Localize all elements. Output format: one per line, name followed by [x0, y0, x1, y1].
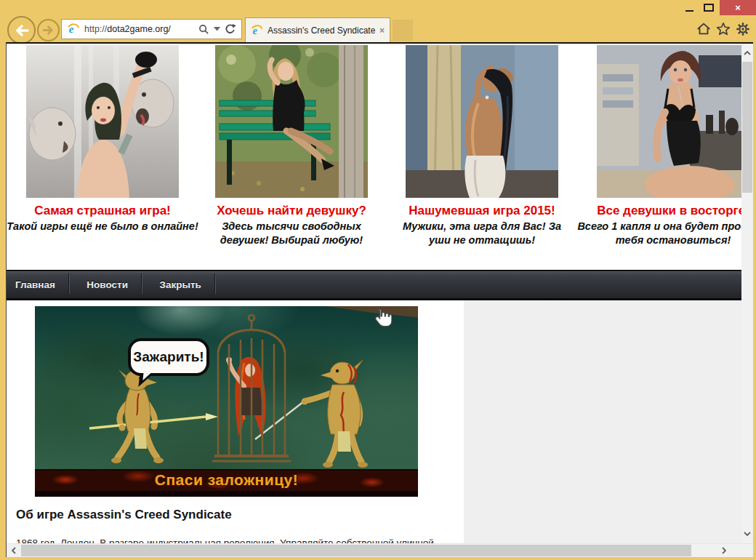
refresh-icon[interactable] — [225, 23, 236, 35]
banner-footer-strip — [35, 491, 418, 497]
ad-block-3[interactable]: Нашумевшая игра 2015! Мужики, эта игра д… — [393, 44, 571, 247]
bubble-text: Зажарить! — [133, 349, 204, 365]
ad-description: Здесь тысячи свободных девушек! Выбирай … — [196, 220, 387, 247]
nav-item-home[interactable]: Главная — [7, 271, 69, 298]
banner-caption: Спаси заложницу! — [35, 469, 418, 491]
browser-viewport: Самая страшная игра! Такой игры ещё не б… — [6, 42, 753, 557]
url-text[interactable]: http://dota2game.org/ — [84, 24, 194, 34]
web-page: Самая страшная игра! Такой игры ещё не б… — [7, 44, 741, 543]
ad-image-dating[interactable] — [215, 45, 368, 198]
site-navbar: Главная Новости Закрыть — [7, 270, 741, 300]
ad-description: Всего 1 капля и она будет просить тебя о… — [576, 220, 741, 247]
back-arrow-icon — [13, 22, 31, 39]
tab-close-icon[interactable]: × — [379, 26, 385, 35]
window-close-button[interactable]: × — [720, 0, 756, 15]
horizontal-scroll-thumb[interactable] — [21, 545, 691, 556]
ad-description: Такой игры ещё не было в онлайне! — [7, 220, 212, 233]
article-body: 1868 год. Лондон. В разгаре индустриальн… — [16, 537, 465, 543]
url-scheme: http:// — [84, 24, 107, 34]
ad-block-2[interactable]: Хочешь найти девушку? Здесь тысячи свобо… — [196, 44, 387, 247]
forward-arrow-icon — [41, 23, 55, 37]
ad-title[interactable]: Нашумевшая игра 2015! — [393, 204, 571, 217]
horizontal-scrollbar[interactable] — [7, 543, 753, 557]
tab-title: Assassin's Creed Syndicate |... — [268, 25, 375, 36]
ad-title[interactable]: Хочешь найти девушку? — [196, 204, 387, 217]
ad-block-1[interactable]: Самая страшная игра! Такой игры ещё не б… — [7, 44, 212, 233]
nav-item-news[interactable]: Новости — [73, 271, 142, 298]
scroll-right-arrow[interactable] — [717, 544, 731, 557]
ad-image-drops[interactable] — [597, 45, 741, 198]
nav-item-close[interactable]: Закрыть — [145, 271, 214, 298]
minimize-icon — [685, 10, 693, 12]
back-button[interactable] — [7, 16, 36, 44]
new-tab-button[interactable] — [393, 20, 413, 41]
scroll-down-arrow[interactable] — [741, 524, 753, 543]
ad-block-4[interactable]: Все девушки в восторге! Всего 1 капля и … — [576, 44, 741, 247]
ad-image-horror-game[interactable] — [26, 45, 179, 198]
forward-button[interactable] — [37, 19, 60, 41]
browser-tab[interactable]: e Assassin's Creed Syndicate |... × — [245, 17, 390, 42]
ad-description: Мужики, эта игра для Вас! За уши не отта… — [393, 220, 571, 247]
nav-separator — [69, 273, 70, 294]
ad-image-game-2015[interactable] — [406, 45, 558, 198]
scroll-up-arrow[interactable] — [741, 44, 753, 63]
home-button[interactable] — [696, 21, 712, 37]
game-banner-ad[interactable]: Спаси заложницу! Зажарить! — [35, 306, 418, 497]
search-dropdown-caret-icon[interactable] — [214, 27, 220, 31]
nav-separator — [215, 273, 216, 294]
search-icon[interactable] — [198, 24, 209, 35]
article-heading: Об игре Assassin's Creed Syndicate — [16, 508, 232, 522]
sidebar-empty-area — [464, 300, 741, 543]
settings-gear-button[interactable] — [735, 21, 751, 37]
address-bar[interactable]: e http://dota2game.org/ — [61, 19, 242, 39]
ad-title[interactable]: Самая страшная игра! — [7, 204, 212, 217]
ie-icon: e — [251, 24, 263, 36]
hand-cursor-icon — [372, 308, 392, 329]
ie-icon: e — [67, 23, 80, 36]
maximize-icon — [704, 4, 714, 12]
url-host: dota2game.org/ — [107, 24, 171, 34]
minimize-button[interactable] — [679, 0, 699, 15]
nav-separator — [142, 273, 142, 294]
ad-title[interactable]: Все девушки в восторге! — [576, 204, 741, 217]
banner-artwork — [35, 306, 418, 497]
vertical-scrollbar[interactable] — [741, 44, 753, 543]
vertical-scroll-thumb[interactable] — [742, 62, 752, 193]
banner-speech-bubble: Зажарить! — [128, 338, 209, 376]
maximize-button[interactable] — [699, 0, 718, 15]
favorites-star-button[interactable] — [715, 21, 731, 37]
window-close-icon: × — [735, 2, 741, 13]
scroll-left-arrow[interactable] — [7, 544, 21, 557]
